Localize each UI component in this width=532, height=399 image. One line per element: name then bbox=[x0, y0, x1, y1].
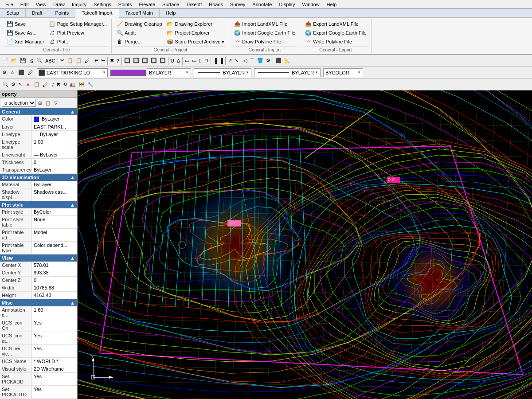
menu-view[interactable]: View bbox=[32, 1, 50, 8]
save-as-button[interactable]: 💾 Save As... bbox=[4, 28, 46, 37]
menu-window[interactable]: Window bbox=[298, 1, 323, 8]
tb-extra5[interactable]: 🔲 bbox=[158, 57, 167, 64]
ucson-value[interactable]: Yes bbox=[32, 319, 77, 332]
tb-arrow2[interactable]: ↘ bbox=[233, 57, 240, 64]
draw-polyline-button[interactable]: 〰 Draw Polyline File bbox=[232, 37, 297, 46]
tb-extra3[interactable]: 🔲 bbox=[141, 57, 149, 64]
layer-dropdown[interactable]: EAST PARKING LO ▼ bbox=[37, 68, 108, 77]
tb3-btn11[interactable]: 🚧 bbox=[77, 81, 86, 88]
tb3-btn3[interactable]: ↖ bbox=[17, 81, 23, 88]
printstyle-value[interactable]: ByColor bbox=[32, 208, 77, 215]
tb-arrow1[interactable]: ↗ bbox=[227, 57, 233, 64]
tab-draft[interactable]: Draft bbox=[26, 9, 49, 17]
plot-button[interactable]: 🖨 Plot... bbox=[47, 37, 109, 46]
tb-undo[interactable]: ↩ bbox=[93, 57, 100, 64]
menu-settings[interactable]: Settings bbox=[90, 1, 115, 8]
pickauto-value[interactable]: Yes bbox=[32, 386, 77, 398]
tb3-btn6[interactable]: 🖊 bbox=[41, 82, 49, 88]
view-section-header[interactable]: View ▲ bbox=[0, 254, 77, 262]
save-button[interactable]: 💾 Save bbox=[4, 20, 46, 28]
visualstyle-value[interactable]: 2D Wireframe bbox=[32, 365, 77, 372]
tb-rect1[interactable]: ▭ bbox=[184, 57, 191, 64]
material-value[interactable]: ByLayer bbox=[32, 181, 77, 188]
cad-canvas[interactable]: Y X bbox=[78, 90, 532, 399]
tb3-btn12[interactable]: 🔧 bbox=[86, 81, 95, 88]
tb-extra7[interactable]: Δ bbox=[176, 58, 181, 64]
menu-annotate[interactable]: Annotate bbox=[249, 1, 275, 8]
cx-value[interactable]: 578.01 bbox=[32, 262, 77, 269]
misc-section-header[interactable]: Misc ▲ bbox=[0, 299, 77, 306]
menu-edit[interactable]: Edit bbox=[17, 1, 32, 8]
tb-extra1[interactable]: 🔲 bbox=[123, 57, 132, 64]
tb-shape2[interactable]: ⌒ bbox=[248, 57, 256, 64]
vis-section-header[interactable]: 3D Visualisation ▲ bbox=[0, 174, 77, 181]
tb3-btn8[interactable]: ✖ bbox=[55, 81, 62, 88]
tb-extra2[interactable]: 🔲 bbox=[132, 57, 141, 64]
export-google-button[interactable]: 🌍 Export Google Earth File bbox=[303, 28, 368, 37]
tb3-btn10[interactable]: 🚛 bbox=[68, 81, 77, 88]
annscale-value[interactable]: 1:60 bbox=[32, 306, 77, 319]
pstable-value[interactable]: None bbox=[32, 216, 77, 228]
width-value[interactable]: 10785.88 bbox=[32, 284, 77, 291]
export-landxml-button[interactable]: 📤 Export LandXML File bbox=[303, 20, 368, 28]
tb-help-t[interactable]: ? bbox=[115, 58, 121, 64]
tb3-btn5[interactable]: 📋 bbox=[32, 81, 41, 88]
tb-rect2[interactable]: ▭ bbox=[191, 57, 198, 64]
store-project-archive-button[interactable]: 📦 Store Project Archive ▾ bbox=[165, 37, 227, 46]
prop-tb-btn3[interactable]: ▽ bbox=[53, 100, 59, 106]
color2-dropdown[interactable]: BYCOLOR ▼ bbox=[323, 68, 363, 77]
tb3-btn4[interactable]: 🔺 bbox=[23, 81, 32, 88]
general-section-header[interactable]: General ▲ bbox=[0, 108, 77, 115]
ucsat-value[interactable]: Yes bbox=[32, 332, 77, 344]
ucsperview-value[interactable]: Yes bbox=[32, 345, 77, 357]
purge-button[interactable]: 🗑 Purge... bbox=[114, 37, 164, 46]
drawing-cleanup-button[interactable]: 🧹 Drawing Cleanup bbox=[114, 20, 164, 28]
tb3-btn2[interactable]: ⚙ bbox=[10, 81, 17, 88]
ltscale-value[interactable]: 1.00 bbox=[32, 138, 77, 151]
tb-layer-btn1[interactable]: ⚙ bbox=[1, 69, 8, 76]
linetype1-dropdown[interactable]: BYLAYER ▼ bbox=[194, 68, 251, 77]
layer-prop-value[interactable]: EAST PARKI... bbox=[32, 123, 77, 130]
menu-inquiry[interactable]: Inquiry bbox=[68, 1, 90, 8]
write-polyline-button[interactable]: 〰 Write Polyline File bbox=[303, 37, 368, 46]
tb3-btn1[interactable]: 🔍 bbox=[1, 81, 10, 88]
tb-bar2[interactable]: ▐ bbox=[218, 58, 224, 64]
tb-redo[interactable]: ↪ bbox=[100, 57, 106, 64]
plot-section-header[interactable]: Plot style ▲ bbox=[0, 201, 77, 208]
tb-layer-btn4[interactable]: 🖊 bbox=[27, 70, 34, 76]
ptatt-value[interactable]: Model bbox=[32, 229, 77, 241]
tab-takeoff-main[interactable]: Takeoff Main bbox=[119, 9, 160, 17]
menu-points[interactable]: Points bbox=[115, 1, 136, 8]
project-explorer-button[interactable]: 📂 Project Explorer bbox=[165, 28, 227, 37]
menu-help[interactable]: Help bbox=[323, 1, 340, 8]
tb-extra8[interactable]: ⚙ bbox=[265, 57, 272, 64]
linetype2-dropdown[interactable]: BYLAYER ▼ bbox=[254, 68, 321, 77]
tb3-btn7[interactable]: / bbox=[51, 82, 55, 88]
menu-draw[interactable]: Draw bbox=[50, 1, 68, 8]
menu-surface[interactable]: Surface bbox=[159, 1, 183, 8]
pickadd-value[interactable]: Yes bbox=[32, 373, 77, 385]
drawing-explorer-button[interactable]: 📂 Drawing Explorer bbox=[165, 20, 227, 28]
height-value[interactable]: 4163.43 bbox=[32, 292, 77, 299]
tb-copy[interactable]: 📋 bbox=[66, 57, 74, 64]
tb-paste[interactable]: 📋 bbox=[74, 57, 83, 64]
import-google-button[interactable]: 🌍 Import Google Earth File bbox=[232, 28, 297, 37]
tab-setup[interactable]: Setup bbox=[0, 9, 26, 17]
transparency-value[interactable]: ByLayer bbox=[32, 166, 77, 173]
tb-rect4[interactable]: ⊓ bbox=[203, 57, 210, 64]
tab-help[interactable]: Help bbox=[160, 9, 183, 17]
tb-new[interactable]: 📄 bbox=[1, 57, 10, 64]
cy-value[interactable]: 993.38 bbox=[32, 269, 77, 276]
shadow-value[interactable]: Shadows cas... bbox=[32, 188, 77, 201]
plot-preview-button[interactable]: 🖨 Plot Preview bbox=[47, 28, 109, 37]
menu-display[interactable]: Display bbox=[275, 1, 298, 8]
tb-bar1[interactable]: ▐ bbox=[212, 58, 218, 64]
prop-tb-btn1[interactable]: ⊞ bbox=[37, 100, 43, 106]
tb-print[interactable]: 🖨 bbox=[27, 58, 35, 64]
tb-layer-btn3[interactable]: ⬛ bbox=[17, 69, 26, 76]
menu-survey[interactable]: Survey bbox=[227, 1, 249, 8]
linetype-value[interactable]: — ByLayer bbox=[32, 131, 77, 138]
tb-pan[interactable]: ✖ bbox=[109, 57, 115, 64]
thickness-value[interactable]: 0 bbox=[32, 159, 77, 166]
main-canvas[interactable] bbox=[78, 90, 532, 399]
